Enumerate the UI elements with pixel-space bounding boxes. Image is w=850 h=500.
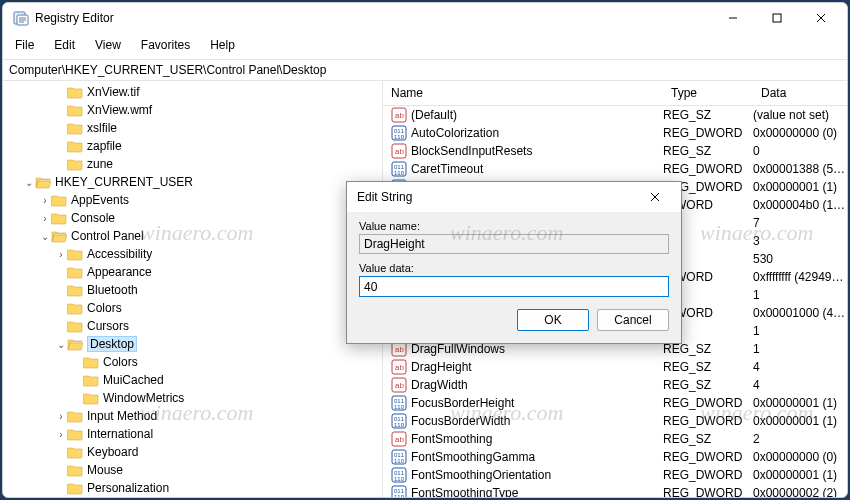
tree-node[interactable]: XnView.wmf [7, 101, 378, 119]
list-row[interactable]: FontSmoothingOrientationREG_DWORD0x00000… [383, 466, 847, 484]
list-row[interactable]: FontSmoothingREG_SZ2 [383, 430, 847, 448]
tree-node[interactable]: ›AppEvents [7, 191, 378, 209]
value-data-input[interactable] [359, 276, 669, 297]
list-row[interactable]: (Default)REG_SZ(value not set) [383, 106, 847, 124]
list-row[interactable]: DragWidthREG_SZ4 [383, 376, 847, 394]
edit-string-dialog: Edit String Value name: DragHeight Value… [346, 181, 682, 344]
tree-node[interactable]: ⌄Desktop [7, 335, 378, 353]
menu-favorites[interactable]: Favorites [137, 36, 194, 54]
tree-node[interactable]: xslfile [7, 119, 378, 137]
value-type: REG_DWORD [663, 126, 753, 140]
dialog-close-button[interactable] [633, 182, 677, 212]
tree-node[interactable]: XnView.tif [7, 83, 378, 101]
tree-label: Bluetooth [87, 283, 138, 297]
value-data: 0x00000000 (0) [753, 126, 847, 140]
chevron-right-icon[interactable]: › [39, 213, 51, 224]
chevron-right-icon[interactable]: › [55, 411, 67, 422]
minimize-button[interactable] [711, 3, 755, 33]
tree-label: WindowMetrics [103, 391, 184, 405]
registry-tree[interactable]: XnView.tifXnView.wmfxslfilezapfilezune⌄H… [3, 81, 383, 497]
value-data: 0x00001000 (4096) [753, 306, 847, 320]
value-name-field: DragHeight [359, 234, 669, 254]
menu-file[interactable]: File [11, 36, 38, 54]
tree-label: Accessibility [87, 247, 152, 261]
tree-label: Appearance [87, 265, 152, 279]
folder-icon [67, 427, 83, 441]
list-row[interactable]: DragHeightREG_SZ4 [383, 358, 847, 376]
menu-edit[interactable]: Edit [50, 36, 79, 54]
chevron-down-icon[interactable]: ⌄ [39, 231, 51, 242]
titlebar[interactable]: Registry Editor [3, 3, 847, 33]
value-data: 7 [753, 216, 847, 230]
folder-icon [67, 157, 83, 171]
dialog-titlebar[interactable]: Edit String [347, 182, 681, 212]
tree-node[interactable]: ⌄Control Panel [7, 227, 378, 245]
list-row[interactable]: AutoColorizationREG_DWORD0x00000000 (0) [383, 124, 847, 142]
tree-node[interactable]: MuiCached [7, 371, 378, 389]
tree-node[interactable]: Personalization [7, 479, 378, 497]
tree-node[interactable]: ›Console [7, 209, 378, 227]
tree-node[interactable]: Mouse [7, 461, 378, 479]
cancel-button[interactable]: Cancel [597, 309, 669, 331]
tree-label: Mouse [87, 463, 123, 477]
close-button[interactable] [799, 3, 843, 33]
value-data: 1 [753, 324, 847, 338]
tree-node[interactable]: Bluetooth [7, 281, 378, 299]
list-row[interactable]: FocusBorderWidthREG_DWORD0x00000001 (1) [383, 412, 847, 430]
chevron-right-icon[interactable]: › [39, 195, 51, 206]
string-value-icon [391, 107, 407, 123]
tree-label: xslfile [87, 121, 117, 135]
tree-node[interactable]: Cursors [7, 317, 378, 335]
col-type[interactable]: Type [663, 81, 753, 105]
value-data: 4 [753, 378, 847, 392]
maximize-icon [772, 13, 782, 23]
value-name: DragFullWindows [411, 342, 663, 356]
value-name: CaretTimeout [411, 162, 663, 176]
tree-node[interactable]: Colors [7, 299, 378, 317]
list-row[interactable]: FontSmoothingGammaREG_DWORD0x00000000 (0… [383, 448, 847, 466]
close-icon [816, 13, 826, 23]
list-row[interactable]: FontSmoothingTypeREG_DWORD0x00000002 (2) [383, 484, 847, 497]
value-data: 3 [753, 234, 847, 248]
value-type: REG_SZ [663, 432, 753, 446]
tree-node[interactable]: ›Accessibility [7, 245, 378, 263]
tree-label: MuiCached [103, 373, 164, 387]
tree-node[interactable]: ⌄HKEY_CURRENT_USER [7, 173, 378, 191]
col-data[interactable]: Data [753, 81, 847, 105]
tree-node[interactable]: zapfile [7, 137, 378, 155]
string-value-icon [391, 377, 407, 393]
chevron-right-icon[interactable]: › [55, 249, 67, 260]
list-row[interactable]: CaretTimeoutREG_DWORD0x00001388 (5000) [383, 160, 847, 178]
col-name[interactable]: Name [383, 81, 663, 105]
binary-value-icon [391, 161, 407, 177]
tree-node[interactable]: WindowMetrics [7, 389, 378, 407]
value-type: REG_SZ [663, 378, 753, 392]
tree-node[interactable]: ›Input Method [7, 407, 378, 425]
value-data: 1 [753, 342, 847, 356]
ok-button[interactable]: OK [517, 309, 589, 331]
list-row[interactable]: FocusBorderHeightREG_DWORD0x00000001 (1) [383, 394, 847, 412]
chevron-right-icon[interactable]: › [55, 429, 67, 440]
value-data: 4 [753, 360, 847, 374]
value-data: 0x00000002 (2) [753, 486, 847, 497]
tree-node[interactable]: ›International [7, 425, 378, 443]
tree-node[interactable]: Appearance [7, 263, 378, 281]
chevron-down-icon[interactable]: ⌄ [23, 177, 35, 188]
value-data: 0x00001388 (5000) [753, 162, 847, 176]
value-type: REG_DWORD [663, 468, 753, 482]
tree-label: XnView.tif [87, 85, 139, 99]
menu-view[interactable]: View [91, 36, 125, 54]
menu-help[interactable]: Help [206, 36, 239, 54]
list-row[interactable]: BlockSendInputResetsREG_SZ0 [383, 142, 847, 160]
folder-icon [67, 445, 83, 459]
tree-node[interactable]: Keyboard [7, 443, 378, 461]
tree-node[interactable]: Colors [7, 353, 378, 371]
value-type: REG_SZ [663, 342, 753, 356]
tree-label: zapfile [87, 139, 122, 153]
tree-node[interactable]: zune [7, 155, 378, 173]
maximize-button[interactable] [755, 3, 799, 33]
chevron-down-icon[interactable]: ⌄ [55, 339, 67, 350]
value-name: FontSmoothingType [411, 486, 663, 497]
tree-label: XnView.wmf [87, 103, 152, 117]
address-bar[interactable]: Computer\HKEY_CURRENT_USER\Control Panel… [3, 59, 847, 81]
